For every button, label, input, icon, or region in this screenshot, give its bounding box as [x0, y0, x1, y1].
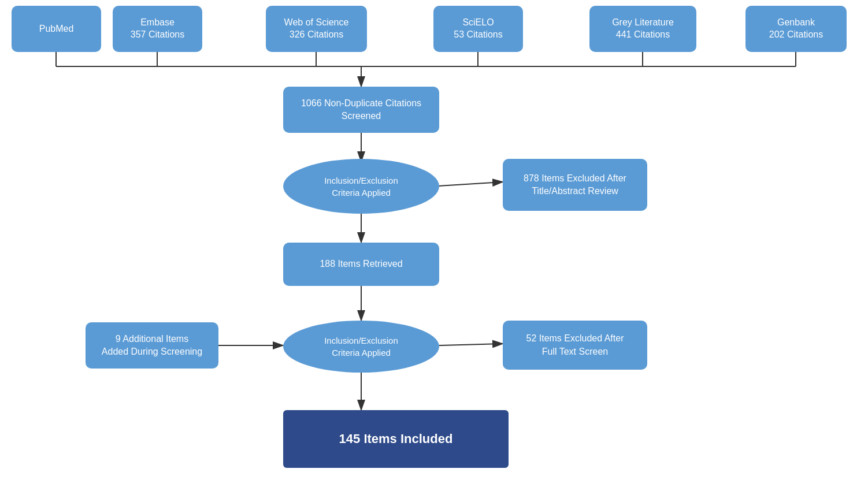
- excluded2-box: 52 Items Excluded AfterFull Text Screen: [503, 321, 647, 370]
- embase-label: Embase357 Citations: [131, 17, 184, 41]
- criteria2-label: Inclusion/ExclusionCriteria Applied: [324, 334, 398, 359]
- wos-box: Web of Science326 Citations: [266, 6, 367, 52]
- genbank-box: Genbank202 Citations: [745, 6, 847, 52]
- scielo-label: SciELO53 Citations: [454, 17, 503, 41]
- included-label: 145 Items Included: [339, 430, 453, 448]
- additional-label: 9 Additional ItemsAdded During Screening: [102, 333, 202, 359]
- excluded1-label: 878 Items Excluded AfterTitle/Abstract R…: [524, 172, 626, 198]
- criteria1-label: Inclusion/ExclusionCriteria Applied: [324, 174, 398, 199]
- wos-label: Web of Science326 Citations: [284, 17, 349, 41]
- nonduplicate-box: 1066 Non-Duplicate CitationsScreened: [283, 87, 439, 133]
- genbank-label: Genbank202 Citations: [769, 17, 823, 41]
- included-box: 145 Items Included: [283, 410, 509, 468]
- svg-line-10: [439, 182, 503, 186]
- embase-box: Embase357 Citations: [113, 6, 202, 52]
- grey-label: Grey Literature441 Citations: [612, 17, 674, 41]
- nonduplicate-label: 1066 Non-Duplicate CitationsScreened: [301, 97, 421, 123]
- svg-line-14: [439, 344, 503, 345]
- connectors-svg: [0, 0, 868, 480]
- pubmed-label: PubMed: [39, 23, 74, 35]
- excluded2-label: 52 Items Excluded AfterFull Text Screen: [526, 332, 624, 358]
- grey-box: Grey Literature441 Citations: [589, 6, 696, 52]
- retrieved-label: 188 Items Retrieved: [320, 258, 402, 270]
- criteria2-oval: Inclusion/ExclusionCriteria Applied: [283, 321, 439, 373]
- retrieved-box: 188 Items Retrieved: [283, 243, 439, 286]
- flowchart: PubMed Embase357 Citations Web of Scienc…: [0, 0, 868, 480]
- pubmed-box: PubMed: [12, 6, 101, 52]
- scielo-box: SciELO53 Citations: [433, 6, 523, 52]
- excluded1-box: 878 Items Excluded AfterTitle/Abstract R…: [503, 159, 647, 211]
- additional-box: 9 Additional ItemsAdded During Screening: [86, 322, 218, 369]
- criteria1-oval: Inclusion/ExclusionCriteria Applied: [283, 159, 439, 214]
